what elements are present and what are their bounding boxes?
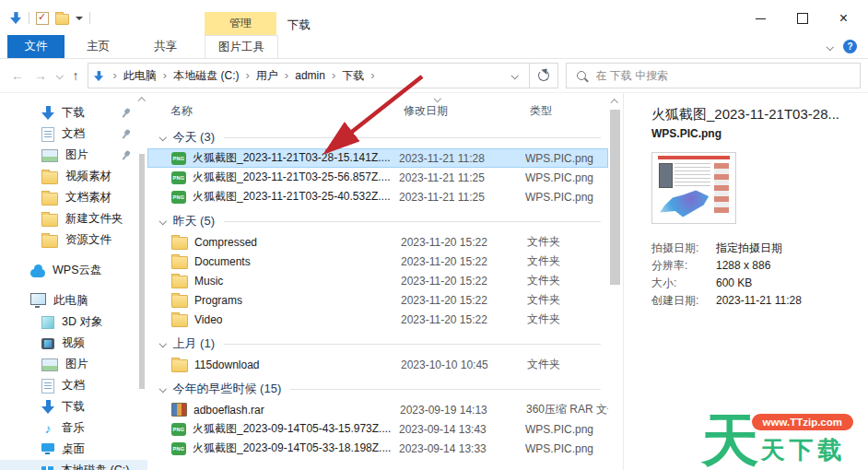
sidebar-item-documents[interactable]: 文档	[0, 375, 147, 396]
sidebar-item-resource-files[interactable]: 资源文件	[0, 229, 147, 251]
group-header-earlier-this-year[interactable]: 今年的早些时候 (15)	[147, 378, 608, 400]
group-header-last-month[interactable]: 上月 (1)	[147, 333, 608, 355]
sidebar-item-videos[interactable]: 视频	[0, 333, 147, 354]
scroll-thumb[interactable]	[610, 110, 620, 285]
cloud-icon	[30, 269, 45, 277]
breadcrumb-separator-icon	[113, 71, 117, 80]
file-name: 火狐截图_2023-11-21T03-28-15.141Z....	[193, 150, 399, 166]
file-row-selected[interactable]: PNG 火狐截图_2023-11-21T03-28-15.141Z.... 20…	[147, 148, 608, 168]
group-header-yesterday[interactable]: 昨天 (5)	[147, 210, 608, 232]
file-date: 2023-10-10 10:45	[401, 358, 527, 371]
search-icon	[577, 71, 586, 80]
file-row[interactable]: Programs 2023-11-20 15:22 文件夹	[147, 290, 608, 310]
file-tab[interactable]: 文件	[7, 35, 65, 58]
scroll-up-icon[interactable]	[138, 98, 146, 105]
sidebar-item-doc-material[interactable]: 文档素材	[0, 187, 147, 208]
help-button[interactable]: ?	[843, 40, 857, 53]
breadcrumb-downloads[interactable]: 下载	[342, 68, 364, 84]
list-column-headers: 名称 修改日期 类型	[147, 100, 608, 121]
thumbnail-header-bar	[658, 156, 730, 159]
sidebar-item-music[interactable]: 音乐	[0, 417, 147, 439]
sidebar-item-local-disk-c[interactable]: 本地磁盘 (C:)	[0, 460, 147, 470]
sidebar-item-this-pc[interactable]: 此电脑	[0, 290, 147, 311]
file-row[interactable]: Video 2023-11-20 15:22 文件夹	[147, 310, 608, 329]
file-row[interactable]: PNG 火狐截图_2023-11-21T03-25-56.857Z.... 20…	[147, 168, 608, 187]
sidebar-item-wps-cloud[interactable]: WPS云盘	[0, 260, 147, 281]
group-header-today[interactable]: 今天 (3)	[147, 126, 608, 148]
properties-check-icon[interactable]	[36, 12, 49, 25]
file-row[interactable]: 115download 2023-10-10 10:45 文件夹	[147, 355, 608, 374]
pin-icon	[119, 148, 133, 162]
address-dropdown-chevron-icon[interactable]	[511, 72, 519, 79]
file-row[interactable]: Documents 2023-11-20 15:22 文件夹	[147, 252, 608, 271]
ribbon-collapse-chevron-icon[interactable]	[826, 43, 833, 51]
breadcrumb-admin[interactable]: admin	[295, 69, 325, 82]
minimize-button[interactable]	[740, 7, 781, 29]
file-row[interactable]: Compressed 2023-11-20 15:22 文件夹	[147, 232, 608, 252]
search-input[interactable]	[594, 68, 850, 83]
file-row[interactable]: adboeflash.rar 2023-09-19 14:13 360压缩 RA…	[147, 400, 608, 419]
download-icon	[41, 106, 54, 120]
back-button[interactable]	[11, 68, 24, 83]
tab-share[interactable]: 共享	[132, 35, 199, 58]
png-file-icon: PNG	[171, 171, 186, 184]
sidebar-item-documents-pinned[interactable]: 文档	[0, 123, 147, 145]
file-list: 名称 修改日期 类型 今天 (3) PNG 火狐截图_2023-11-21T03…	[147, 93, 608, 470]
up-button[interactable]	[73, 68, 79, 83]
new-folder-icon[interactable]	[55, 14, 69, 25]
sidebar-item-pictures[interactable]: 图片	[0, 354, 147, 375]
sidebar-item-video-material[interactable]: 视频素材	[0, 166, 147, 187]
scroll-up-icon[interactable]	[611, 100, 618, 107]
maximize-button[interactable]	[781, 7, 823, 29]
file-row[interactable]: PNG 火狐截图_2023-11-21T03-25-40.532Z.... 20…	[147, 187, 608, 206]
tab-home[interactable]: 主页	[65, 35, 132, 58]
column-header-date[interactable]: 修改日期	[404, 103, 530, 119]
separator	[29, 12, 29, 24]
forward-button[interactable]	[34, 68, 47, 83]
group-label: 上月 (1)	[173, 335, 216, 352]
folder-icon	[171, 295, 188, 308]
breadcrumb-local-disk-c[interactable]: 本地磁盘 (C:)	[173, 68, 239, 84]
sidebar-item-label: 桌面	[62, 441, 85, 457]
file-type: 文件夹	[527, 273, 608, 288]
sidebar-scrollbar[interactable]	[138, 97, 146, 470]
sidebar-item-downloads[interactable]: 下载	[0, 396, 147, 417]
breadcrumb-users[interactable]: 用户	[256, 68, 278, 84]
sidebar-item-3d-objects[interactable]: 3D 对象	[0, 311, 147, 333]
group-divider	[290, 389, 601, 390]
sidebar-item-pictures-pinned[interactable]: 图片	[0, 145, 147, 166]
pin-icon	[119, 127, 133, 141]
sidebar-item-label: 视频	[62, 335, 85, 351]
list-scrollbar[interactable]	[608, 93, 623, 470]
search-box[interactable]	[566, 63, 862, 88]
sidebar-item-new-folder[interactable]: 新建文件夹	[0, 208, 147, 229]
chevron-down-icon	[159, 340, 167, 347]
sidebar-item-downloads-pinned[interactable]: 下载	[0, 102, 147, 123]
location-download-icon	[94, 71, 103, 81]
property-value[interactable]: 指定拍摄日期	[716, 240, 782, 257]
file-type: WPS.PIC.png	[525, 191, 608, 204]
file-row[interactable]: PNG 火狐截图_2023-09-14T05-43-15.973Z.... 20…	[147, 419, 608, 439]
sidebar-item-desktop[interactable]: 桌面	[0, 439, 147, 460]
file-row[interactable]: Music 2023-11-20 15:22 文件夹	[147, 271, 608, 290]
watermark-small-text: 天下载	[761, 434, 862, 466]
breadcrumb-this-pc[interactable]: 此电脑	[123, 68, 157, 84]
file-row[interactable]: PNG 火狐截图_2023-09-14T05-33-18.198Z.... 20…	[147, 439, 608, 458]
file-date: 2023-11-20 15:22	[401, 275, 527, 288]
file-name: 火狐截图_2023-09-14T05-43-15.973Z....	[193, 421, 399, 437]
file-type: WPS.PIC.png	[525, 442, 608, 455]
qat-dropdown-icon[interactable]	[76, 17, 83, 20]
column-header-type[interactable]: 类型	[530, 103, 608, 119]
tab-picture-tools[interactable]: 图片工具	[205, 35, 278, 58]
address-bar[interactable]: 此电脑 本地磁盘 (C:) 用户 admin 下载	[88, 63, 530, 88]
close-button[interactable]: ×	[823, 7, 864, 29]
column-header-name[interactable]: 名称	[170, 103, 404, 119]
preview-thumbnail[interactable]	[651, 152, 736, 224]
scroll-thumb[interactable]	[139, 154, 145, 389]
recent-locations-chevron-icon[interactable]	[56, 72, 64, 79]
sidebar-item-label: 文档	[62, 378, 85, 394]
contextual-tab-manage[interactable]: 管理	[205, 12, 276, 35]
group-divider	[224, 221, 601, 222]
refresh-button[interactable]	[529, 63, 558, 88]
chevron-down-icon	[159, 385, 167, 393]
